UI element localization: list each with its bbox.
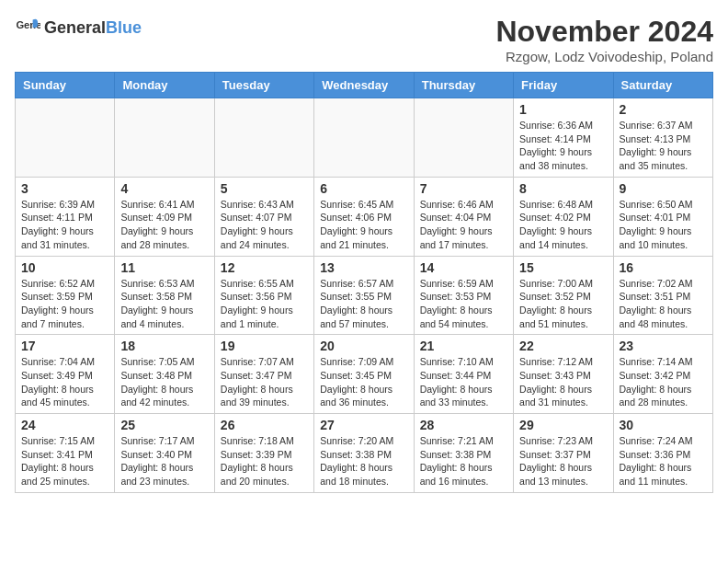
calendar-cell-4-5: 29Sunrise: 7:23 AM Sunset: 3:37 PM Dayli… — [514, 414, 613, 493]
day-info: Sunrise: 6:46 AM Sunset: 4:04 PM Dayligh… — [420, 198, 507, 252]
day-info: Sunrise: 7:07 AM Sunset: 3:47 PM Dayligh… — [221, 355, 308, 409]
day-info: Sunrise: 6:59 AM Sunset: 3:53 PM Dayligh… — [420, 277, 507, 331]
calendar-cell-0-0 — [16, 98, 115, 178]
calendar-cell-1-0: 3Sunrise: 6:39 AM Sunset: 4:11 PM Daylig… — [16, 177, 115, 256]
day-number: 6 — [320, 181, 407, 196]
day-number: 25 — [120, 418, 208, 432]
day-number: 10 — [21, 260, 108, 275]
day-number: 29 — [519, 418, 607, 432]
day-number: 17 — [21, 339, 108, 353]
day-info: Sunrise: 6:57 AM Sunset: 3:55 PM Dayligh… — [320, 277, 407, 331]
location-title: Rzgow, Lodz Voivodeship, Poland — [495, 49, 713, 64]
day-info: Sunrise: 7:21 AM Sunset: 3:38 PM Dayligh… — [420, 434, 507, 488]
month-title: November 2024 — [495, 15, 713, 49]
header-monday: Monday — [115, 73, 214, 98]
calendar-cell-0-6: 2Sunrise: 6:37 AM Sunset: 4:13 PM Daylig… — [613, 98, 712, 178]
day-info: Sunrise: 7:04 AM Sunset: 3:49 PM Dayligh… — [21, 355, 108, 409]
day-number: 14 — [420, 260, 507, 275]
calendar-cell-0-1 — [115, 98, 214, 178]
calendar-cell-1-3: 6Sunrise: 6:45 AM Sunset: 4:06 PM Daylig… — [314, 177, 414, 256]
calendar-cell-3-4: 21Sunrise: 7:10 AM Sunset: 3:44 PM Dayli… — [414, 335, 513, 414]
day-info: Sunrise: 7:18 AM Sunset: 3:39 PM Dayligh… — [221, 434, 308, 488]
logo-general: General — [44, 18, 106, 37]
week-row-3: 10Sunrise: 6:52 AM Sunset: 3:59 PM Dayli… — [16, 256, 713, 335]
day-number: 27 — [320, 418, 407, 432]
day-number: 2 — [620, 102, 707, 117]
calendar-cell-1-1: 4Sunrise: 6:41 AM Sunset: 4:09 PM Daylig… — [115, 177, 214, 256]
calendar-cell-0-3 — [314, 98, 414, 178]
calendar-cell-2-0: 10Sunrise: 6:52 AM Sunset: 3:59 PM Dayli… — [16, 256, 115, 335]
calendar-cell-3-5: 22Sunrise: 7:12 AM Sunset: 3:43 PM Dayli… — [514, 335, 613, 414]
week-row-1: 1Sunrise: 6:36 AM Sunset: 4:14 PM Daylig… — [16, 98, 713, 178]
calendar-cell-2-1: 11Sunrise: 6:53 AM Sunset: 3:58 PM Dayli… — [115, 256, 214, 335]
header-thursday: Thursday — [414, 73, 513, 98]
day-info: Sunrise: 7:17 AM Sunset: 3:40 PM Dayligh… — [120, 434, 208, 488]
day-number: 24 — [21, 418, 108, 432]
header-friday: Friday — [514, 73, 613, 98]
header-sunday: Sunday — [16, 73, 115, 98]
day-info: Sunrise: 6:55 AM Sunset: 3:56 PM Dayligh… — [221, 277, 308, 331]
calendar-cell-3-2: 19Sunrise: 7:07 AM Sunset: 3:47 PM Dayli… — [214, 335, 313, 414]
day-number: 21 — [420, 339, 507, 353]
day-info: Sunrise: 6:45 AM Sunset: 4:06 PM Dayligh… — [320, 198, 407, 252]
calendar-cell-3-6: 23Sunrise: 7:14 AM Sunset: 3:42 PM Dayli… — [613, 335, 712, 414]
calendar-cell-2-4: 14Sunrise: 6:59 AM Sunset: 3:53 PM Dayli… — [414, 256, 513, 335]
day-info: Sunrise: 7:05 AM Sunset: 3:48 PM Dayligh… — [120, 355, 208, 409]
calendar-cell-1-5: 8Sunrise: 6:48 AM Sunset: 4:02 PM Daylig… — [514, 177, 613, 256]
day-info: Sunrise: 6:50 AM Sunset: 4:01 PM Dayligh… — [620, 198, 707, 252]
calendar-cell-4-0: 24Sunrise: 7:15 AM Sunset: 3:41 PM Dayli… — [16, 414, 115, 493]
day-info: Sunrise: 6:39 AM Sunset: 4:11 PM Dayligh… — [21, 198, 108, 252]
logo-blue: Blue — [106, 18, 142, 37]
day-number: 28 — [420, 418, 507, 432]
day-number: 26 — [221, 418, 308, 432]
day-info: Sunrise: 7:24 AM Sunset: 3:36 PM Dayligh… — [620, 434, 707, 488]
day-number: 11 — [120, 260, 208, 275]
day-info: Sunrise: 7:09 AM Sunset: 3:45 PM Dayligh… — [320, 355, 407, 409]
day-number: 9 — [620, 181, 707, 196]
header-tuesday: Tuesday — [214, 73, 313, 98]
day-info: Sunrise: 7:15 AM Sunset: 3:41 PM Dayligh… — [21, 434, 108, 488]
calendar-cell-4-6: 30Sunrise: 7:24 AM Sunset: 3:36 PM Dayli… — [613, 414, 712, 493]
week-row-2: 3Sunrise: 6:39 AM Sunset: 4:11 PM Daylig… — [16, 177, 713, 256]
calendar-cell-0-2 — [214, 98, 313, 178]
day-number: 12 — [221, 260, 308, 275]
header-wednesday: Wednesday — [314, 73, 414, 98]
day-number: 19 — [221, 339, 308, 353]
day-info: Sunrise: 7:02 AM Sunset: 3:51 PM Dayligh… — [620, 277, 707, 331]
day-number: 13 — [320, 260, 407, 275]
day-info: Sunrise: 6:52 AM Sunset: 3:59 PM Dayligh… — [21, 277, 108, 331]
page-header: General GeneralBlue November 2024 Rzgow,… — [15, 15, 713, 64]
day-info: Sunrise: 6:41 AM Sunset: 4:09 PM Dayligh… — [120, 198, 208, 252]
day-number: 30 — [620, 418, 707, 432]
day-info: Sunrise: 7:23 AM Sunset: 3:37 PM Dayligh… — [519, 434, 607, 488]
calendar-cell-4-4: 28Sunrise: 7:21 AM Sunset: 3:38 PM Dayli… — [414, 414, 513, 493]
week-row-4: 17Sunrise: 7:04 AM Sunset: 3:49 PM Dayli… — [16, 335, 713, 414]
day-info: Sunrise: 6:37 AM Sunset: 4:13 PM Dayligh… — [620, 119, 707, 173]
calendar-cell-0-5: 1Sunrise: 6:36 AM Sunset: 4:14 PM Daylig… — [514, 98, 613, 178]
day-info: Sunrise: 6:43 AM Sunset: 4:07 PM Dayligh… — [221, 198, 308, 252]
day-number: 22 — [519, 339, 607, 353]
calendar-cell-3-0: 17Sunrise: 7:04 AM Sunset: 3:49 PM Dayli… — [16, 335, 115, 414]
calendar-cell-1-4: 7Sunrise: 6:46 AM Sunset: 4:04 PM Daylig… — [414, 177, 513, 256]
week-row-5: 24Sunrise: 7:15 AM Sunset: 3:41 PM Dayli… — [16, 414, 713, 493]
calendar-cell-1-6: 9Sunrise: 6:50 AM Sunset: 4:01 PM Daylig… — [613, 177, 712, 256]
day-number: 20 — [320, 339, 407, 353]
calendar-cell-4-3: 27Sunrise: 7:20 AM Sunset: 3:38 PM Dayli… — [314, 414, 414, 493]
day-info: Sunrise: 6:53 AM Sunset: 3:58 PM Dayligh… — [120, 277, 208, 331]
calendar-cell-1-2: 5Sunrise: 6:43 AM Sunset: 4:07 PM Daylig… — [214, 177, 313, 256]
calendar-cell-4-2: 26Sunrise: 7:18 AM Sunset: 3:39 PM Dayli… — [214, 414, 313, 493]
day-info: Sunrise: 6:48 AM Sunset: 4:02 PM Dayligh… — [519, 198, 607, 252]
day-number: 15 — [519, 260, 607, 275]
day-info: Sunrise: 7:10 AM Sunset: 3:44 PM Dayligh… — [420, 355, 507, 409]
day-info: Sunrise: 7:20 AM Sunset: 3:38 PM Dayligh… — [320, 434, 407, 488]
day-number: 18 — [120, 339, 208, 353]
logo-icon: General — [15, 15, 40, 40]
day-number: 5 — [221, 181, 308, 196]
day-number: 7 — [420, 181, 507, 196]
calendar-cell-3-3: 20Sunrise: 7:09 AM Sunset: 3:45 PM Dayli… — [314, 335, 414, 414]
day-info: Sunrise: 7:12 AM Sunset: 3:43 PM Dayligh… — [519, 355, 607, 409]
day-info: Sunrise: 7:00 AM Sunset: 3:52 PM Dayligh… — [519, 277, 607, 331]
calendar-header-row: Sunday Monday Tuesday Wednesday Thursday… — [16, 73, 713, 98]
day-number: 1 — [519, 102, 607, 117]
calendar-cell-0-4 — [414, 98, 513, 178]
